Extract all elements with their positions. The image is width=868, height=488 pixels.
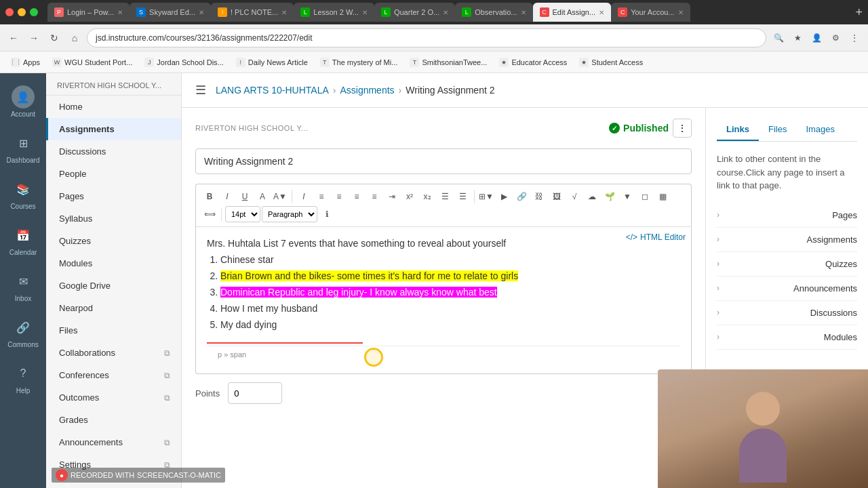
text-dir-button[interactable]: ⟺ [201, 206, 218, 222]
bookmark-icon[interactable]: ★ [789, 30, 806, 46]
course-nav-nearpod[interactable]: Nearpod [46, 297, 181, 319]
course-nav-modules[interactable]: Modules [46, 252, 181, 274]
breadcrumb-section[interactable]: Assignments [340, 85, 394, 96]
right-tab-links[interactable]: Links [717, 119, 759, 141]
bookmark-apps[interactable]: ⋮⋮Apps [5, 56, 45, 69]
unlink-button[interactable]: ⛓ [531, 188, 547, 205]
italic2-button[interactable]: I [296, 188, 312, 205]
dropdown-button[interactable]: ▼ [619, 188, 635, 205]
course-nav-syllabus[interactable]: Syllabus [46, 207, 181, 230]
right-panel-item-discussions[interactable]: ›Discussions [717, 301, 857, 325]
close-button[interactable] [5, 8, 14, 16]
superscript-button[interactable]: x² [401, 188, 418, 205]
italic-button[interactable]: I [219, 188, 235, 205]
embed-button[interactable]: ◻ [637, 188, 653, 205]
help-button[interactable]: ℹ [319, 206, 335, 222]
subscript-button[interactable]: x₂ [419, 188, 435, 205]
table-button[interactable]: ⊞▼ [478, 188, 494, 205]
nav-item-account[interactable]: 👤Account [0, 79, 46, 125]
right-panel-item-modules[interactable]: ›Modules [717, 325, 857, 350]
course-nav-announcements[interactable]: Announcements⧉ [46, 431, 181, 453]
search-icon[interactable]: 🔍 [770, 30, 787, 46]
profile-icon[interactable]: 👤 [808, 30, 825, 46]
lti-button[interactable]: ▦ [654, 188, 671, 205]
browser-tab-t8[interactable]: CYour Accou...✕ [611, 3, 690, 22]
maximize-button[interactable] [30, 8, 38, 16]
right-panel-item-assignments[interactable]: ›Assignments [717, 228, 857, 252]
minimize-button[interactable] [18, 8, 26, 16]
font-color-button[interactable]: A [254, 188, 271, 205]
browser-tab-t7[interactable]: CEdit Assign...✕ [533, 3, 612, 22]
browser-tab-t1[interactable]: PLogin – Pow...✕ [47, 3, 130, 22]
course-nav-discussions[interactable]: Discussions [46, 140, 181, 163]
right-tab-images[interactable]: Images [796, 119, 844, 141]
nav-item-inbox[interactable]: ✉Inbox [0, 263, 46, 309]
nav-item-courses[interactable]: 📚Courses [0, 171, 46, 217]
course-nav-conferences[interactable]: Conferences⧉ [46, 364, 181, 386]
bookmark-wgu-student-port...[interactable]: WWGU Student Port... [47, 56, 138, 69]
highlight-button[interactable]: A▼ [272, 188, 288, 205]
extensions-icon[interactable]: ⚙ [827, 30, 844, 46]
nav-item-dashboard[interactable]: ⊞Dashboard [0, 125, 46, 171]
browser-tab-t2[interactable]: SSkyward Ed...✕ [130, 3, 211, 22]
course-nav-assignments[interactable]: Assignments [46, 118, 181, 140]
reload-button[interactable]: ↻ [46, 30, 62, 46]
formula-button[interactable]: √ [566, 188, 583, 205]
course-nav-outcomes[interactable]: Outcomes⧉ [46, 386, 181, 409]
home-button[interactable]: ⌂ [66, 30, 83, 46]
indent-button[interactable]: ⇥ [384, 188, 400, 205]
underline-button[interactable]: U [237, 188, 253, 205]
browser-tab-t5[interactable]: LQuarter 2 O...✕ [374, 3, 455, 22]
html-editor-button[interactable]: </> HTML Editor [626, 232, 686, 242]
font-size-select[interactable]: 14pt [225, 206, 260, 222]
options-button[interactable]: ⋮ [673, 119, 692, 138]
cloud-button[interactable]: ☁ [584, 188, 600, 205]
forward-button[interactable]: → [26, 30, 42, 46]
nav-item-commons[interactable]: 🔗Commons [0, 309, 46, 355]
align-justify-button[interactable]: ≡ [366, 188, 382, 205]
right-panel-item-pages[interactable]: ›Pages [717, 203, 857, 228]
align-left-button[interactable]: ≡ [313, 188, 330, 205]
bookmark-student-access[interactable]: ★Student Access [574, 56, 648, 69]
browser-tab-t6[interactable]: LObservatio...✕ [455, 3, 532, 22]
course-nav-files[interactable]: Files [46, 319, 181, 342]
back-button[interactable]: ← [5, 30, 22, 46]
course-nav-grades[interactable]: Grades [46, 409, 181, 431]
hamburger-button[interactable]: ☰ [195, 83, 206, 98]
unordered-list-button[interactable]: ☰ [437, 188, 453, 205]
right-panel-item-quizzes[interactable]: ›Quizzes [717, 252, 857, 277]
course-nav-google-drive[interactable]: Google Drive [46, 274, 181, 297]
image-button[interactable]: 🖼 [549, 188, 565, 205]
ordered-list-button[interactable]: ☰ [454, 188, 471, 205]
paragraph-select[interactable]: Paragraph [262, 206, 317, 222]
breadcrumb-course[interactable]: LANG ARTS 10-HUHTALA [216, 85, 329, 96]
course-nav-quizzes[interactable]: Quizzes [46, 230, 181, 252]
bookmark-daily-news-article[interactable]: !Daily News Article [231, 56, 313, 69]
bookmark-educator-access[interactable]: ★Educator Access [494, 56, 572, 69]
align-right-button[interactable]: ≡ [349, 188, 365, 205]
bold-button[interactable]: B [201, 188, 218, 205]
nav-item-help[interactable]: ?Help [0, 355, 46, 401]
link-button[interactable]: 🔗 [513, 188, 530, 205]
browser-tab-t3[interactable]: !! PLC NOTE...✕ [211, 3, 294, 22]
course-nav-collaborations[interactable]: Collaborations⧉ [46, 342, 181, 364]
tree-button[interactable]: 🌱 [601, 188, 618, 205]
course-nav-home[interactable]: Home [46, 96, 181, 118]
right-panel-item-announcements[interactable]: ›Announcements [717, 277, 857, 301]
address-bar[interactable]: jsd.instructure.com/courses/32136/assign… [87, 28, 766, 47]
media-button[interactable]: ▶ [496, 188, 512, 205]
menu-icon[interactable]: ⋮ [846, 30, 863, 46]
points-input[interactable] [228, 382, 282, 404]
editor-body[interactable]: </> HTML Editor Mrs. Huhtala List 7 even… [195, 227, 692, 374]
nav-item-calendar[interactable]: 📅Calendar [0, 217, 46, 263]
assignment-title-input[interactable] [195, 148, 692, 174]
bookmark-jordan-school-dis...[interactable]: JJordan School Dis... [139, 56, 229, 69]
bookmark-the-mystery-of-mi...[interactable]: TThe mystery of Mi... [315, 56, 403, 69]
new-tab-button[interactable]: + [855, 5, 863, 20]
bookmark-smithsoniantwee...[interactable]: TSmithsonianTwee... [404, 56, 492, 69]
right-tab-files[interactable]: Files [759, 119, 796, 141]
align-center-button[interactable]: ≡ [331, 188, 347, 205]
course-nav-pages[interactable]: Pages [46, 185, 181, 207]
browser-tab-t4[interactable]: LLesson 2 W...✕ [294, 3, 374, 22]
course-nav-people[interactable]: People [46, 163, 181, 185]
